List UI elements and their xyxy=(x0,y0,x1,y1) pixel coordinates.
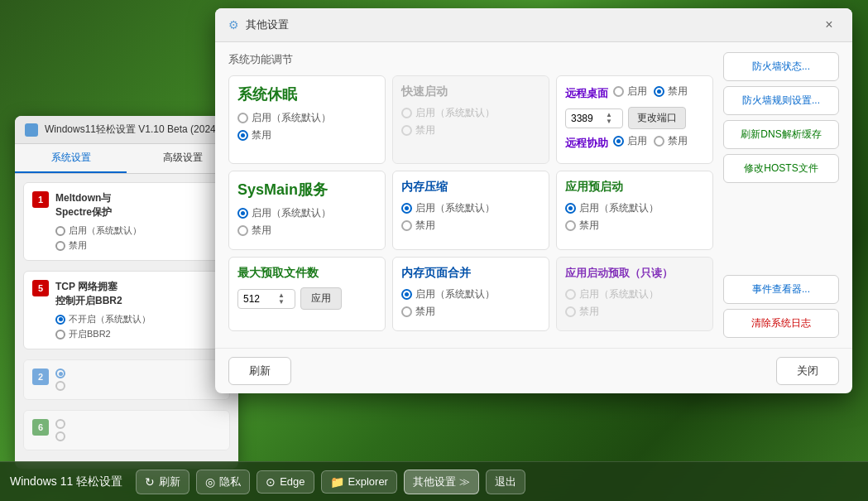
taskbar-edge-button[interactable]: ⊙ Edge xyxy=(257,470,314,494)
dialog-title-text: 其他设置 xyxy=(246,17,289,32)
item-number-1: 1 xyxy=(32,191,49,208)
radio-row-rh-disable[interactable]: 禁用 xyxy=(654,134,688,148)
radio-row-sysmain-disable[interactable]: 禁用 xyxy=(237,224,376,238)
radio-label-ap-enable: 启用（系统默认） xyxy=(579,201,659,215)
radio-partial-2[interactable] xyxy=(55,381,221,391)
radio-dot-bbr2-5 xyxy=(55,330,65,340)
change-port-button[interactable]: 更改端口 xyxy=(628,107,686,129)
radio-label-ar-enable: 启用（系统默认） xyxy=(579,287,659,301)
radio-row-rd-enable[interactable]: 启用 xyxy=(613,84,647,99)
rh-title: 远程协助 xyxy=(565,136,608,151)
list-item-partial2: 6 xyxy=(23,410,230,450)
prefetch-number-input[interactable]: 512 ▲ ▼ xyxy=(237,289,295,309)
card-memory-compress: 内存压缩 启用（系统默认） 禁用 xyxy=(392,171,549,250)
radio-partial2-1[interactable] xyxy=(55,419,221,429)
event-viewer-button[interactable]: 事件查看器... xyxy=(723,275,839,304)
taskbar-exit-button[interactable]: 退出 xyxy=(486,470,525,494)
item-content-partial xyxy=(55,369,221,391)
radio-row-mc-disable[interactable]: 禁用 xyxy=(401,219,540,233)
radio-row-sleep-enable[interactable]: 启用（系统默认） xyxy=(237,111,376,125)
card-fastboot: 快速启动 启用（系统默认） 禁用 xyxy=(392,75,549,164)
radio-bbr2-5[interactable]: 开启BBR2 xyxy=(55,328,221,340)
radio-row-fastboot-disable[interactable]: 禁用 xyxy=(401,123,540,137)
grid-row-3: 最大预取文件数 512 ▲ ▼ 应用 内存页面合并 xyxy=(228,257,713,331)
radio-circle-mc-disable xyxy=(401,220,412,231)
radio-partial2-2[interactable] xyxy=(55,431,221,441)
firewall-rules-button[interactable]: 防火墙规则设置... xyxy=(723,86,839,115)
radio-row-ar-disable[interactable]: 禁用 xyxy=(565,305,704,319)
card-title-sysmain: SysMain服务 xyxy=(237,180,376,200)
item-number-partial2: 6 xyxy=(32,419,49,436)
radio-label-rd-enable: 启用 xyxy=(627,84,647,99)
taskbar-explorer-button[interactable]: 📁 Explorer xyxy=(321,470,397,494)
radio-circle-sysmain-disable xyxy=(237,225,248,236)
taskbar-exit-label: 退出 xyxy=(495,475,516,489)
radio-row-ap-disable[interactable]: 禁用 xyxy=(565,219,704,233)
taskbar-refresh-button[interactable]: ↻ 刷新 xyxy=(136,470,189,494)
radio-label-mp-disable: 禁用 xyxy=(415,305,435,319)
flush-dns-button[interactable]: 刷新DNS解析缓存 xyxy=(723,120,839,149)
main-window-titlebar: Windows11轻松设置 V1.10 Beta (2024 xyxy=(15,116,238,144)
radio-row-mp-disable[interactable]: 禁用 xyxy=(401,305,540,319)
clear-logs-button[interactable]: 清除系统日志 xyxy=(723,309,839,338)
radio-row-ar-enable[interactable]: 启用（系统默认） xyxy=(565,287,704,301)
rd-header: 远程桌面 启用 禁用 xyxy=(565,84,704,102)
radio-row-rh-enable[interactable]: 启用 xyxy=(613,134,647,148)
dialog-refresh-button[interactable]: 刷新 xyxy=(228,357,291,385)
radio-circle-mp-disable xyxy=(401,306,412,317)
main-window: Windows11轻松设置 V1.10 Beta (2024 系统设置 高级设置… xyxy=(15,116,238,469)
port-spinner-down[interactable]: ▼ xyxy=(606,118,617,125)
card-title-sleep: 系统休眠 xyxy=(237,84,376,104)
radio-partial-1[interactable] xyxy=(55,369,221,378)
main-tabs: 系统设置 高级设置 xyxy=(15,144,238,174)
card-title-prefetch: 最大预取文件数 xyxy=(237,266,376,281)
radio-row-mc-enable[interactable]: 启用（系统默认） xyxy=(401,201,540,215)
radio-row-sysmain-enable[interactable]: 启用（系统默认） xyxy=(237,206,376,220)
dialog-close-footer-button[interactable]: 关闭 xyxy=(776,357,839,385)
item-content-5: TCP 网络拥塞控制开启BBR2 不开启（系统默认） 开启BBR2 xyxy=(55,280,221,340)
radio-row-sleep-disable[interactable]: 禁用 xyxy=(237,128,376,142)
radio-disable-1[interactable]: 禁用 xyxy=(55,239,221,252)
port-spinner[interactable]: ▲ ▼ xyxy=(606,112,617,125)
item-content-partial2 xyxy=(55,419,221,441)
privacy-icon: ◎ xyxy=(205,475,215,489)
radio-row-rd-disable[interactable]: 禁用 xyxy=(654,84,688,99)
radio-label-rh-disable: 禁用 xyxy=(668,134,688,148)
prefetch-input-row: 512 ▲ ▼ 应用 xyxy=(237,287,376,310)
tab-system-settings[interactable]: 系统设置 xyxy=(15,144,127,173)
radio-group-partial2 xyxy=(55,419,221,441)
dialog-body: 系统功能调节 系统休眠 启用（系统默认） 禁用 快 xyxy=(215,42,852,348)
card-title-app-preload: 应用预启动 xyxy=(565,180,704,195)
radio-noopen-5[interactable]: 不开启（系统默认） xyxy=(55,313,221,325)
radio-row-mp-enable[interactable]: 启用（系统默认） xyxy=(401,287,540,301)
prefetch-spinner[interactable]: ▲ ▼ xyxy=(278,292,290,306)
taskbar-other-settings-label: 其他设置 ≫ xyxy=(413,475,470,489)
prefetch-apply-button[interactable]: 应用 xyxy=(300,287,342,310)
firewall-status-button[interactable]: 防火墙状态... xyxy=(723,52,839,81)
radio-row-ap-enable[interactable]: 启用（系统默认） xyxy=(565,201,704,215)
radio-group-partial xyxy=(55,369,221,391)
radio-enable-1[interactable]: 启用（系统默认） xyxy=(55,224,221,237)
taskbar-privacy-button[interactable]: ◎ 隐私 xyxy=(196,470,250,494)
grid-row-1: 系统休眠 启用（系统默认） 禁用 快速启动 启用（系统默认） xyxy=(228,75,713,164)
radio-label-fastboot-enable: 启用（系统默认） xyxy=(415,106,495,120)
item-number-partial: 2 xyxy=(32,369,49,385)
taskbar-other-settings-button[interactable]: 其他设置 ≫ xyxy=(404,470,479,494)
dialog-main: 系统功能调节 系统休眠 启用（系统默认） 禁用 快 xyxy=(228,52,713,338)
radio-row-fastboot-enable[interactable]: 启用（系统默认） xyxy=(401,106,540,120)
radio-circle-mp-enable xyxy=(401,289,412,300)
prefetch-spinner-down[interactable]: ▼ xyxy=(278,299,290,306)
dialog-close-button[interactable]: × xyxy=(819,15,839,35)
dialog-sidebar: 防火墙状态... 防火墙规则设置... 刷新DNS解析缓存 修改HOSTS文件 … xyxy=(723,52,839,338)
radio-circle-rd-disable xyxy=(654,86,664,97)
card-title-fastboot: 快速启动 xyxy=(401,84,540,99)
edit-hosts-button[interactable]: 修改HOSTS文件 xyxy=(723,154,839,183)
radio-label-sysmain-disable: 禁用 xyxy=(252,224,271,238)
card-title-app-readonly: 应用启动预取（只读） xyxy=(565,266,704,281)
radio-dot-enable-1 xyxy=(55,226,65,236)
card-app-preload: 应用预启动 启用（系统默认） 禁用 xyxy=(556,171,713,250)
radio-label-rh-enable: 启用 xyxy=(627,134,647,148)
section-title: 系统功能调节 xyxy=(228,52,713,67)
port-input[interactable]: 3389 ▲ ▼ xyxy=(565,108,623,128)
radio-label-enable-1: 启用（系统默认） xyxy=(69,224,141,237)
